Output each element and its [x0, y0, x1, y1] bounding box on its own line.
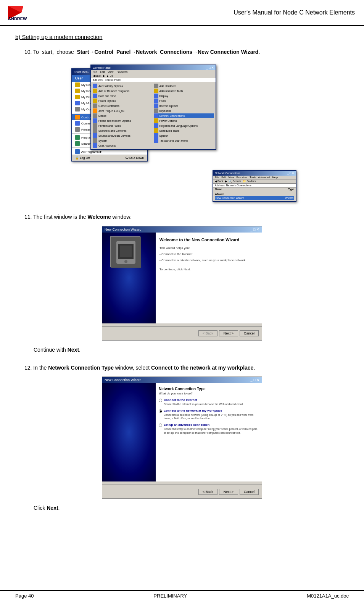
wizard-next-button[interactable]: Next > — [219, 330, 238, 336]
welcome-wizard-screenshot: New Connection Wizard _ □ ✕ — [102, 226, 262, 341]
nct-heading: Network Connection Type — [159, 387, 259, 391]
cp-item-addremove: Add or Remove Programs — [93, 89, 153, 93]
cp-item-printers: Printers and Faxes — [93, 123, 153, 128]
nct-option-workplace-name: Connect to the network at my workplace — [164, 409, 222, 412]
wizard-phone-graphic — [110, 236, 140, 267]
nct-option-advanced-label: Set up an advanced connection — [159, 423, 259, 427]
svg-rect-6 — [120, 246, 132, 257]
taskbar-icon — [154, 138, 158, 143]
cp-item-taskbar: Taskbar and Start Menu — [154, 138, 214, 143]
cp-item-network: Network Connections — [154, 113, 214, 118]
page-header: ANDREW User's Manual for Node C Network … — [0, 0, 364, 26]
nct-title-text: New Connection Wizard — [105, 378, 142, 382]
mydocs-icon — [75, 82, 80, 87]
internet-icon — [154, 103, 158, 108]
nct-cancel-button[interactable]: Cancel — [240, 489, 259, 495]
step-12: 12. In the Network Connection Type windo… — [15, 364, 349, 511]
nct-back-button[interactable]: < Back — [198, 489, 217, 495]
nc-menubar: File Edit View Favorites Tools Advanced … — [213, 176, 296, 179]
continue-next-bold: Next — [68, 347, 79, 353]
nct-buttons: < Back Next > Cancel — [102, 485, 262, 498]
nc-titlebar: Network Connections _ □ ✕ — [213, 171, 296, 176]
phone-icon — [93, 118, 97, 123]
nct-option-advanced: Set up an advanced connection Connect di… — [159, 423, 259, 434]
nct-title-controls: _ □ ✕ — [251, 378, 259, 382]
nct-radio-internet[interactable] — [159, 399, 162, 402]
cp-item-gamecontrollers: Game Controllers — [93, 103, 153, 108]
nc-col-header: Name Type — [213, 187, 296, 191]
recentdocs-icon — [75, 89, 80, 93]
step-12-nct-bold: Network Connection Type — [48, 365, 114, 371]
nct-radio-workplace[interactable] — [159, 409, 162, 413]
header-title: User's Manual for Node C Network Element… — [52, 9, 358, 16]
cp-item-sounds: Sounds and Audio Devices — [93, 133, 153, 138]
useraccounts-icon — [93, 143, 97, 148]
footer-status: PRELIMINARY — [153, 593, 187, 599]
nct-titlebar: New Connection Wizard _ □ ✕ — [102, 377, 262, 383]
step-11-bold-welcome: Welcome — [88, 214, 111, 220]
main-content: b) Setting up a modem connection 10. To … — [0, 26, 364, 529]
nc-row-wizard: New Connection Wizard Wizard — [215, 196, 294, 200]
cp-item-java: Java Plug-in 1.3.1_08 — [93, 108, 153, 113]
svg-point-7 — [124, 260, 127, 263]
step-10-screenshot: Start Menu ✕ User My Documents My Recent… — [68, 61, 296, 202]
nct-left-panel — [102, 383, 156, 481]
start-menu-footer: 🔒 Log Off ⏻ Shut Down — [72, 155, 147, 161]
step-11-text: 11. The first window is the Welcome wind… — [24, 213, 349, 221]
step-12-text: 12. In the Network Connection Type windo… — [24, 364, 349, 372]
pictures-icon — [75, 95, 80, 99]
click-next-bold: Next — [47, 505, 58, 511]
cp-menubar: File Edit View Favorites — [91, 70, 216, 74]
nct-radio-advanced[interactable] — [159, 423, 162, 427]
cp-item-addhw: Add Hardware — [154, 84, 214, 88]
footer-page: Page 40 — [15, 593, 34, 599]
cp-item-mouse: Mouse — [93, 113, 153, 118]
page-footer: Page 40 PRELIMINARY M0121A1A_uc.doc — [0, 590, 364, 601]
cp-item-useraccounts: User Accounts — [93, 143, 153, 148]
nct-option-workplace-desc: Connect to a business network (using dia… — [164, 413, 259, 420]
scanners-icon — [93, 128, 97, 133]
cp-item-power: Power Options — [154, 118, 214, 123]
java-icon — [93, 108, 97, 113]
cp-item-fonts: Fonts — [154, 99, 214, 103]
svg-text:ANDREW: ANDREW — [8, 16, 27, 21]
wizard-titlebar: New Connection Wizard _ □ ✕ — [102, 226, 262, 233]
addremove-icon — [93, 89, 97, 93]
help-icon — [75, 135, 80, 140]
nct-subtitle: What do you want to do? — [159, 392, 259, 395]
fonts-icon — [154, 99, 158, 103]
wizard-bullet-1: • Connect to the Internet — [159, 252, 258, 257]
footer-docid: M0121A1A_uc.doc — [307, 593, 349, 599]
connect-icon — [75, 121, 80, 126]
step-10-bold: Start→Control Panel→Network Connections→… — [77, 49, 259, 55]
step-10-screenshot-container: Start Menu ✕ User My Documents My Recent… — [15, 61, 349, 202]
computer-icon — [75, 107, 80, 111]
wizard-bullet-2: • Connect to a private network, such as … — [159, 258, 258, 263]
step-10-text: 10. To start, choose Start→Control Panel… — [24, 48, 349, 56]
wizard-title-controls: _ □ ✕ — [251, 228, 259, 231]
click-next: Click Next. — [34, 505, 349, 511]
allprograms-icon — [75, 149, 80, 154]
scheduled-icon — [154, 128, 158, 133]
nct-wizard-screenshot: New Connection Wizard _ □ ✕ Network Conn… — [102, 376, 262, 499]
cp-item-folderoptions: Folder Options — [93, 99, 153, 103]
mouse-icon — [93, 113, 97, 118]
section-heading: b) Setting up a modem connection — [15, 34, 349, 40]
nct-next-button[interactable]: Next > — [219, 489, 238, 495]
step-11-number: 11. — [24, 214, 32, 220]
cp-item-keyboard: Keyboard — [154, 108, 214, 113]
keyboard-icon — [154, 108, 158, 113]
speech-icon — [154, 133, 158, 138]
andrew-logo: ANDREW — [6, 4, 40, 21]
cp-items-grid: Accessibility Options Add Hardware Add o… — [91, 82, 216, 149]
wizard-back-button[interactable]: < Back — [198, 330, 217, 336]
printers-icon — [75, 127, 80, 132]
wizard-cancel-button[interactable]: Cancel — [240, 330, 259, 336]
wizard-welcome-heading: Welcome to the New Connection Wizard — [159, 237, 258, 243]
wizard-title-text: New Connection Wizard — [105, 228, 142, 231]
step-12-connect-bold: Connect to the network at my workplace — [151, 365, 253, 371]
cp-item-scheduled: Scheduled Tasks — [154, 128, 214, 133]
cp-item-admintools: Administrative Tools — [154, 89, 214, 93]
cp-item-internet: Internet Options — [154, 103, 214, 108]
cp-item-speech: Speech — [154, 133, 214, 138]
